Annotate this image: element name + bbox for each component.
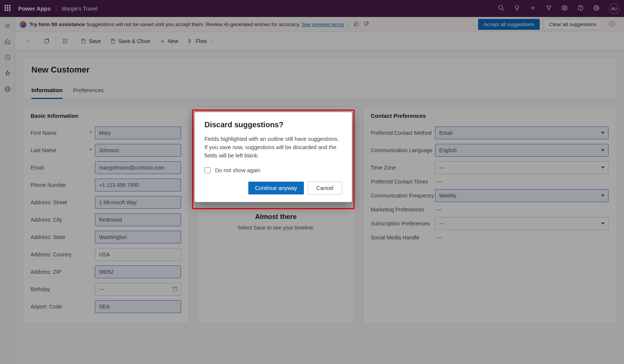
checkbox-label: Do not show again: [215, 167, 260, 173]
cancel-button[interactable]: Cancel: [308, 182, 342, 194]
continue-anyway-button[interactable]: Continue anyway: [248, 182, 304, 194]
discard-suggestions-dialog: Discard suggestions? Fields highlighted …: [195, 112, 352, 202]
dialog-title: Discard suggestions?: [204, 120, 342, 129]
checkbox-input[interactable]: [204, 167, 211, 173]
do-not-show-checkbox[interactable]: Do not show again: [204, 167, 342, 173]
dialog-body: Fields highlighted with an outline still…: [204, 135, 342, 160]
